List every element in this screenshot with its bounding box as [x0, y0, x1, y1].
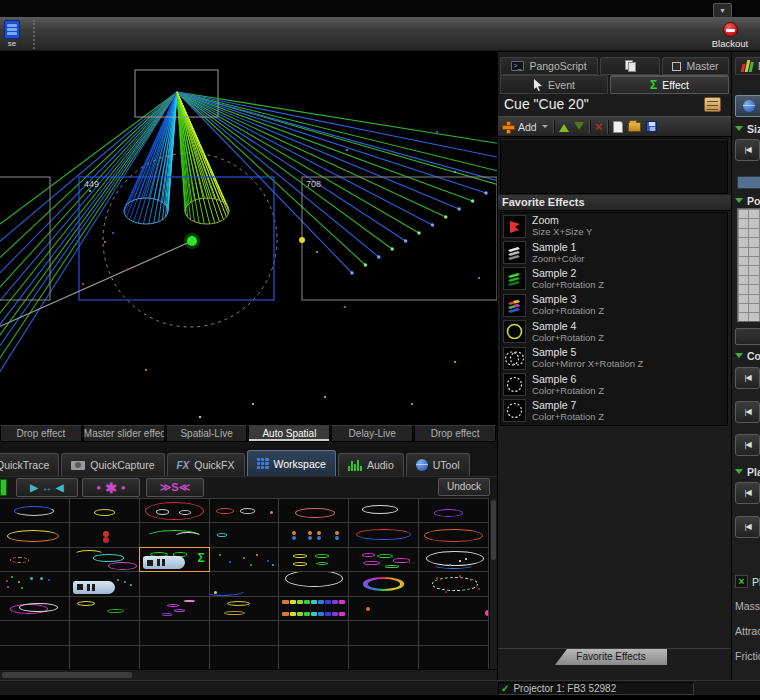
move-down-button[interactable] — [574, 122, 584, 135]
workspace-cell[interactable] — [278, 596, 349, 621]
grid-vertical-scrollbar[interactable] — [489, 498, 497, 669]
favorite-effect-item[interactable]: ZoomSize X+Size Y — [501, 213, 727, 239]
grid-horizontal-scrollbar[interactable] — [0, 669, 497, 680]
workspace-cell[interactable] — [418, 498, 489, 523]
workspace-cell[interactable] — [69, 645, 140, 670]
dock-tab-workspace[interactable]: Workspace — [247, 450, 336, 476]
workspace-cell[interactable] — [69, 498, 140, 523]
workspace-cell[interactable] — [278, 522, 349, 547]
workspace-cell[interactable] — [418, 596, 489, 621]
spatial-tab-drop-effect[interactable]: Drop effect — [414, 425, 496, 442]
favorite-effect-item[interactable]: Sample 3Color+Rotation Z — [501, 292, 727, 318]
workspace-cell[interactable] — [418, 620, 489, 645]
favorite-effects-bottom-tab[interactable]: Favorite Effects — [555, 649, 667, 665]
slider-reset-button[interactable]: |◀ — [735, 139, 760, 161]
workspace-cell[interactable] — [348, 620, 419, 645]
tab-dj[interactable]: DJ — [735, 57, 760, 75]
workspace-cell[interactable] — [0, 547, 70, 572]
workspace-cell[interactable] — [418, 645, 489, 670]
favorite-effect-item[interactable]: Sample 4Color+Rotation Z — [501, 319, 727, 345]
workspace-cell[interactable] — [0, 522, 70, 547]
workspace-cell[interactable] — [348, 498, 419, 523]
tab-effect[interactable]: Σ Effect — [610, 75, 729, 94]
workspace-cell[interactable] — [348, 645, 419, 670]
workspace-cell[interactable] — [69, 620, 140, 645]
slider-reset-button[interactable]: |◀ — [735, 482, 760, 504]
workspace-cell-selected[interactable]: Σ — [139, 547, 210, 572]
favorite-effect-item[interactable]: Sample 2Color+Rotation Z — [501, 266, 727, 292]
laser-preview-canvas[interactable]: 449708 — [0, 52, 497, 425]
color-slider-1[interactable]: |◀ M — [735, 366, 760, 390]
position-section-header[interactable]: Position — [735, 194, 760, 207]
dock-tabs-overflow-button[interactable]: ▼ — [713, 3, 732, 18]
workspace-cell[interactable] — [418, 522, 489, 547]
workspace-cell[interactable] — [139, 498, 210, 523]
spatial-tab-drop-effect[interactable]: Drop effect — [0, 425, 82, 442]
blackout-button[interactable]: Blackout — [702, 20, 758, 51]
spatial-tab-delay-live[interactable]: Delay-Live — [331, 425, 413, 442]
workspace-cell[interactable] — [69, 522, 140, 547]
favorite-effect-item[interactable]: Sample 1Zoom+Color — [501, 239, 727, 265]
favorite-effect-item[interactable]: Sample 5Color+Mirror X+Rotation Z — [501, 345, 727, 371]
workspace-cell[interactable] — [278, 547, 349, 572]
workspace-cell[interactable] — [0, 498, 70, 523]
workspace-cell[interactable] — [278, 620, 349, 645]
size-slider[interactable]: |◀ — [735, 138, 760, 162]
workspace-cell[interactable] — [0, 645, 70, 670]
playback-slider-2[interactable]: |◀ — [735, 515, 760, 539]
position-reset-button[interactable]: Reset — [735, 328, 760, 345]
workspace-cell[interactable] — [139, 522, 210, 547]
position-grid[interactable] — [737, 208, 760, 322]
workspace-cell[interactable] — [139, 645, 210, 670]
workspace-cell[interactable] — [418, 571, 489, 596]
workspace-cell[interactable] — [0, 571, 70, 596]
dock-tab-quickfx[interactable]: FXQuickFX — [167, 453, 245, 476]
physics-checkbox-row[interactable]: × Physics — [735, 575, 760, 588]
workspace-cell[interactable] — [209, 645, 280, 670]
new-file-button[interactable] — [613, 121, 623, 133]
workspace-cell[interactable] — [69, 571, 140, 596]
workspace-cell[interactable] — [348, 522, 419, 547]
workspace-cell[interactable] — [139, 596, 210, 621]
move-up-button[interactable] — [559, 119, 569, 132]
workspace-cell[interactable] — [209, 620, 280, 645]
cue-list-button[interactable]: se — [1, 20, 23, 50]
dock-tab-quickcapture[interactable]: QuickCapture — [61, 453, 164, 476]
color-slider-2[interactable]: |◀ — [735, 400, 760, 424]
workspace-cell[interactable] — [69, 547, 140, 572]
spatial-tab-spatial-live[interactable]: Spatial-Live — [166, 425, 248, 442]
open-folder-button[interactable] — [628, 122, 641, 132]
color-section-header[interactable]: Color — [735, 349, 760, 362]
delete-button[interactable]: × — [595, 120, 603, 133]
workspace-cell[interactable] — [348, 547, 419, 572]
effect-stack-list[interactable] — [500, 138, 728, 194]
tab-master[interactable]: Master — [662, 57, 729, 75]
workspace-cell[interactable] — [209, 498, 280, 523]
workspace-cell[interactable] — [418, 547, 489, 572]
dock-tab-quicktrace[interactable]: QuickTrace — [0, 453, 59, 476]
live-world-button[interactable] — [735, 95, 760, 117]
workspace-cell[interactable] — [278, 498, 349, 523]
workspace-cell[interactable] — [69, 596, 140, 621]
workspace-cell[interactable] — [0, 596, 70, 621]
workspace-cell[interactable] — [209, 547, 280, 572]
add-dropdown-arrow[interactable] — [542, 125, 548, 131]
physics-checkbox[interactable]: × — [735, 575, 748, 588]
workspace-cell[interactable] — [209, 571, 280, 596]
playback-section-header[interactable]: Playback — [735, 465, 760, 478]
slider-reset-button[interactable]: |◀ — [735, 367, 760, 389]
sync-button[interactable]: ≫S≪ — [146, 478, 204, 497]
tab-pangoscript[interactable]: >_ PangoScript — [500, 57, 598, 75]
workspace-cell[interactable] — [209, 522, 280, 547]
workspace-cell[interactable] — [0, 620, 70, 645]
workspace-cell[interactable] — [139, 571, 210, 596]
slider-reset-button[interactable]: |◀ — [735, 401, 760, 423]
tab-copy[interactable] — [600, 57, 660, 75]
playback-slider-1[interactable]: |◀ — [735, 481, 760, 505]
edit-cue-icon[interactable] — [704, 97, 721, 112]
workspace-cell[interactable] — [139, 620, 210, 645]
spatial-tab-master-slider-effects[interactable]: Master slider effects — [83, 425, 165, 442]
slider-reset-button[interactable]: |◀ — [735, 434, 760, 456]
size-section-header[interactable]: Size — [735, 122, 760, 135]
playback-controls-button[interactable]: ▶ ↔ ◀ — [16, 478, 78, 497]
